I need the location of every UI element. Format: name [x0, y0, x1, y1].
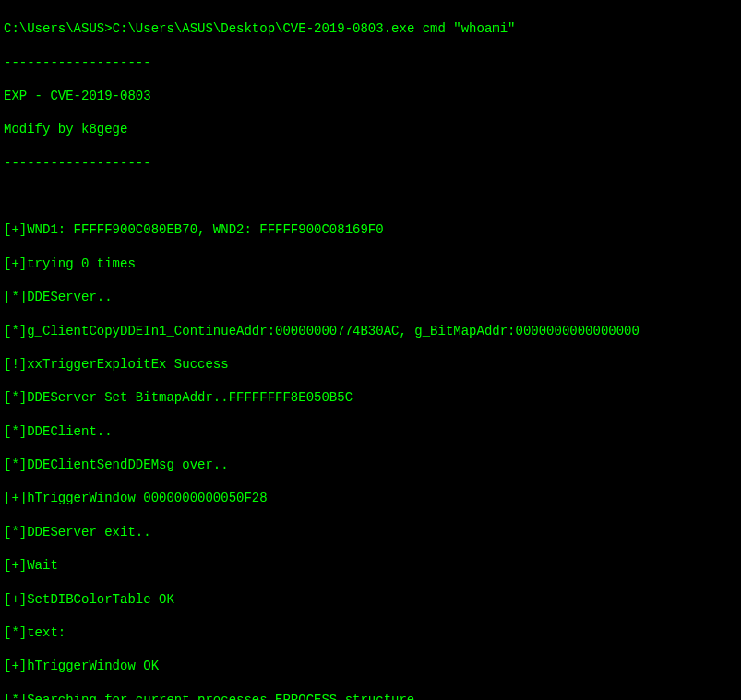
- separator: -------------------: [4, 54, 737, 71]
- output-line: [*]Searching for current processes EPROC…: [4, 692, 737, 700]
- output-line: [+]Wait: [4, 557, 737, 574]
- separator: -------------------: [4, 155, 737, 172]
- output-line: [+]trying 0 times: [4, 255, 737, 272]
- command-line: C:\Users\ASUS>C:\Users\ASUS\Desktop\CVE-…: [4, 20, 737, 37]
- output-line: [!]xxTriggerExploitEx Success: [4, 356, 737, 373]
- banner-title: EXP - CVE-2019-0803: [4, 88, 737, 104]
- output-line: [*]g_ClientCopyDDEIn1_ContinueAddr:00000…: [4, 323, 737, 339]
- output-line: [*]DDEServer Set BitmapAddr..FFFFFFFF8E0…: [4, 389, 737, 406]
- output-line: [+]SetDIBColorTable OK: [4, 591, 737, 608]
- output-line: [*]DDEServer..: [4, 289, 737, 305]
- output-line: [+]hTriggerWindow OK: [4, 658, 737, 674]
- command-text: C:\Users\ASUS\Desktop\CVE-2019-0803.exe …: [113, 21, 516, 36]
- output-line: [*]DDEClientSendDDEMsg over..: [4, 457, 737, 473]
- prompt-path: C:\Users\ASUS>: [4, 21, 113, 36]
- output-line: [+]hTriggerWindow 0000000000050F28: [4, 490, 737, 506]
- output-line: [*]DDEServer exit..: [4, 524, 737, 540]
- blank-line: [4, 188, 737, 205]
- terminal-window[interactable]: C:\Users\ASUS>C:\Users\ASUS\Desktop\CVE-…: [4, 4, 737, 700]
- banner-author: Modify by k8gege: [4, 121, 737, 137]
- output-line: [+]WND1: FFFFF900C080EB70, WND2: FFFFF90…: [4, 221, 737, 238]
- output-line: [*]DDEClient..: [4, 423, 737, 440]
- output-line: [*]text:: [4, 624, 737, 641]
